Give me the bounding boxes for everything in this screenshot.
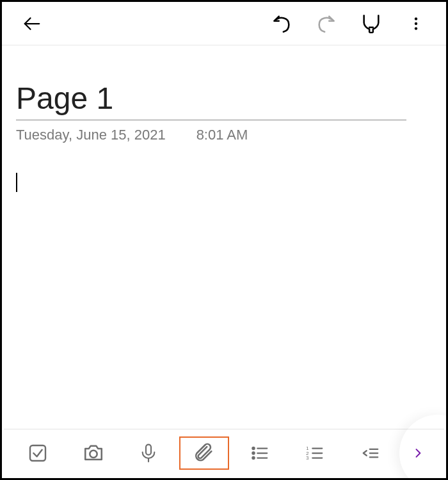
svg-point-2 xyxy=(415,17,417,20)
svg-rect-7 xyxy=(146,444,151,454)
todo-checkbox-icon xyxy=(28,443,48,463)
redo-button xyxy=(304,2,349,45)
camera-button[interactable] xyxy=(66,434,122,472)
undo-icon xyxy=(271,13,292,35)
highlighter-icon xyxy=(360,13,382,35)
vertical-dots-icon xyxy=(408,14,424,33)
top-toolbar xyxy=(2,2,446,45)
decrease-indent-button[interactable] xyxy=(342,434,398,472)
attachment-button[interactable] xyxy=(177,434,232,472)
undo-button[interactable] xyxy=(259,2,304,45)
svg-point-9 xyxy=(252,447,254,449)
microphone-icon xyxy=(138,442,159,464)
bulleted-list-icon xyxy=(249,444,271,463)
bottom-toolbar: 1 2 3 xyxy=(4,429,444,476)
back-button[interactable] xyxy=(10,2,54,45)
chevron-right-icon xyxy=(412,445,424,461)
more-options-button[interactable] xyxy=(394,2,438,45)
svg-rect-5 xyxy=(30,445,45,461)
highlighter-button[interactable] xyxy=(349,2,394,45)
bulleted-list-button[interactable] xyxy=(232,434,287,472)
page-title-input[interactable] xyxy=(16,81,406,120)
svg-point-6 xyxy=(90,450,97,457)
decrease-indent-icon xyxy=(360,444,381,463)
numbered-list-icon: 1 2 3 xyxy=(304,444,326,463)
todo-tag-button[interactable] xyxy=(10,434,66,472)
numbered-list-button[interactable]: 1 2 3 xyxy=(287,434,343,472)
arrow-left-icon xyxy=(22,14,42,33)
svg-point-3 xyxy=(415,22,417,24)
microphone-button[interactable] xyxy=(121,434,177,472)
svg-point-11 xyxy=(252,456,254,458)
camera-icon xyxy=(83,442,104,464)
attachment-icon xyxy=(193,442,215,465)
expand-toolbar-button[interactable] xyxy=(398,434,438,472)
redo-icon xyxy=(316,13,337,35)
svg-text:3: 3 xyxy=(306,455,308,461)
svg-point-4 xyxy=(415,27,417,29)
text-cursor xyxy=(16,173,17,192)
svg-point-10 xyxy=(252,452,254,454)
page-time: 8:01 AM xyxy=(196,127,248,143)
note-page: Tuesday, June 15, 2021 8:01 AM xyxy=(2,45,446,192)
page-date: Tuesday, June 15, 2021 xyxy=(16,127,166,143)
